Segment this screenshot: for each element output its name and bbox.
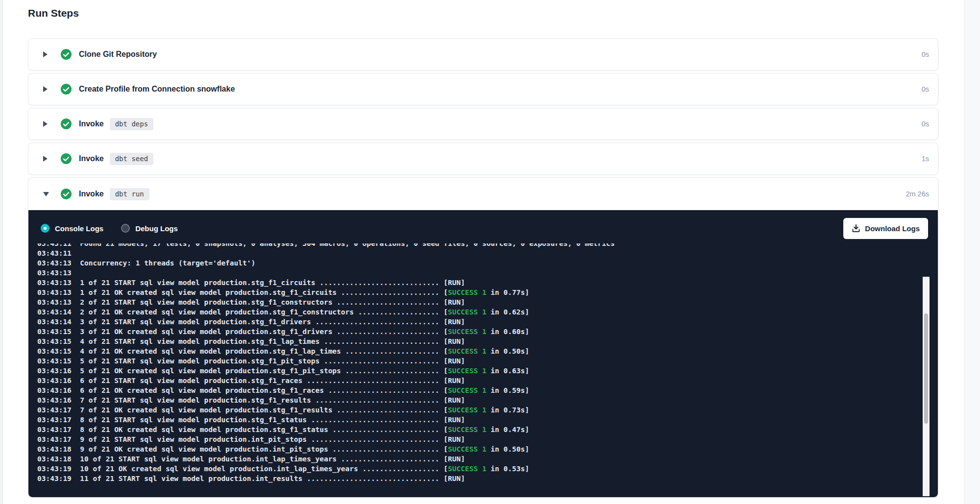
log-status: RUN — [448, 337, 461, 345]
log-status: RUN — [448, 396, 461, 404]
log-line: 03:43:13 — [37, 268, 938, 278]
chevron-right-icon[interactable] — [43, 121, 48, 127]
step-command-badge: dbt deps — [110, 118, 153, 130]
log-line: 03:43:11 Found 21 models, 17 tests, 0 sn… — [37, 243, 938, 248]
log-line: 03:43:14 2 of 21 OK created sql view mod… — [37, 307, 938, 317]
page-left-gutter — [0, 0, 3, 504]
radio-unselected-icon[interactable] — [121, 224, 130, 233]
log-status: SUCCESS 1 — [448, 308, 487, 316]
run-step-row[interactable]: Create Profile from Connection snowflake… — [28, 73, 938, 105]
log-status: SUCCESS 1 — [448, 426, 487, 433]
log-timestamp: 03:43:14 — [37, 318, 72, 326]
run-steps-page: Run Steps Clone Git Repository 0s Create… — [0, 0, 980, 504]
log-status: RUN — [448, 475, 461, 482]
chevron-right-icon[interactable] — [43, 156, 48, 162]
log-line: 03:43:19 11 of 21 START sql view model p… — [37, 474, 938, 483]
run-step-header[interactable]: Invoke dbt run 2m 26s — [28, 178, 938, 210]
log-timestamp: 03:43:15 — [37, 357, 72, 365]
console-logs-label: Console Logs — [55, 224, 103, 233]
log-line: 03:43:13 1 of 21 START sql view model pr… — [37, 278, 938, 288]
console-toolbar: Console Logs Debug Logs — [28, 210, 938, 243]
log-line: 03:43:17 8 of 21 START sql view model pr… — [37, 415, 938, 425]
chevron-down-icon[interactable] — [43, 192, 49, 196]
step-duration: 0s — [922, 85, 929, 93]
log-timestamp: 03:43:16 — [37, 377, 72, 384]
success-check-icon — [61, 84, 72, 95]
log-status: SUCCESS 1 — [448, 465, 487, 473]
step-label: Invoke — [79, 190, 104, 198]
log-status: SUCCESS 1 — [448, 288, 487, 296]
step-duration: 0s — [922, 50, 929, 58]
log-status: RUN — [448, 357, 461, 365]
log-line: 03:43:15 4 of 21 OK created sql view mod… — [37, 346, 938, 356]
log-line: 03:43:18 10 of 21 START sql view model p… — [37, 454, 938, 464]
log-status: RUN — [448, 435, 461, 443]
step-duration: 2m 26s — [906, 190, 929, 198]
log-status: SUCCESS 1 — [448, 445, 487, 453]
log-timestamp: 03:43:15 — [37, 347, 72, 355]
console-scrollbar[interactable] — [923, 277, 930, 496]
success-check-icon — [61, 153, 72, 164]
log-status: SUCCESS 1 — [448, 347, 487, 355]
run-step-row[interactable]: Clone Git Repository 0s — [28, 38, 938, 71]
download-logs-button[interactable]: Download Logs — [843, 218, 928, 239]
debug-logs-label: Debug Logs — [135, 224, 178, 233]
log-line: 03:43:16 6 of 21 OK created sql view mod… — [37, 385, 938, 395]
page-right-gutter — [964, 0, 980, 504]
step-label: Clone Git Repository — [79, 50, 157, 59]
console-logs-tab[interactable]: Console Logs — [41, 224, 103, 233]
step-command-badge: dbt seed — [110, 153, 153, 165]
log-timestamp: 03:43:17 — [37, 435, 72, 443]
log-timestamp: 03:43:19 — [37, 475, 72, 482]
log-line: 03:43:16 7 of 21 START sql view model pr… — [37, 395, 938, 405]
step-label: Invoke — [79, 154, 104, 163]
download-logs-label: Download Logs — [865, 224, 920, 233]
run-steps-list: Clone Git Repository 0s Create Profile f… — [28, 38, 938, 498]
success-check-icon — [61, 49, 72, 60]
log-line: 03:43:19 10 of 21 OK created sql view mo… — [37, 464, 938, 474]
log-line: 03:43:17 9 of 21 START sql view model pr… — [37, 434, 938, 444]
log-timestamp: 03:43:16 — [37, 396, 72, 404]
log-status: SUCCESS 1 — [448, 386, 487, 394]
download-icon — [852, 224, 860, 233]
step-duration: 1s — [922, 155, 929, 163]
console-panel: Console Logs Debug Logs — [28, 210, 938, 497]
log-timestamp: 03:43:15 — [37, 328, 72, 336]
log-status: RUN — [448, 377, 461, 384]
log-status: RUN — [448, 318, 461, 326]
log-timestamp: 03:43:15 — [37, 337, 72, 345]
chevron-right-icon[interactable] — [43, 86, 48, 92]
log-line: 03:43:17 8 of 21 OK created sql view mod… — [37, 425, 938, 434]
log-timestamp: 03:43:14 — [37, 308, 72, 316]
run-step-row[interactable]: Invoke dbt deps 0s — [28, 108, 938, 140]
log-line: 03:43:18 9 of 21 OK created sql view mod… — [37, 444, 938, 454]
log-line: 03:43:13 Concurrency: 1 threads (target=… — [37, 258, 938, 268]
log-timestamp: 03:43:13 — [37, 259, 72, 267]
log-line: 03:43:15 4 of 21 START sql view model pr… — [37, 336, 938, 346]
log-line: 03:43:15 5 of 21 START sql view model pr… — [37, 356, 938, 366]
log-timestamp: 03:43:18 — [37, 455, 72, 463]
page-title: Run Steps — [28, 7, 938, 20]
success-check-icon — [61, 119, 72, 129]
log-timestamp: 03:43:18 — [37, 445, 72, 453]
log-status: RUN — [448, 416, 461, 424]
log-timestamp: 03:43:17 — [37, 416, 72, 424]
log-timestamp: 03:43:13 — [37, 269, 72, 277]
log-timestamp: 03:43:11 — [37, 243, 72, 247]
log-status: SUCCESS 1 — [448, 328, 487, 336]
log-line: 03:43:14 3 of 21 START sql view model pr… — [37, 317, 938, 327]
chevron-right-icon[interactable] — [43, 51, 48, 57]
log-timestamp: 03:43:13 — [37, 279, 72, 287]
radio-selected-icon[interactable] — [41, 224, 49, 233]
log-status: RUN — [448, 455, 461, 463]
step-duration: 0s — [922, 120, 929, 128]
run-steps-content: Run Steps Clone Git Repository 0s Create… — [28, 0, 938, 500]
run-step-row[interactable]: Invoke dbt seed 1s — [28, 143, 938, 175]
log-timestamp: 03:43:16 — [37, 367, 72, 375]
console-scrollbar-thumb[interactable] — [924, 313, 928, 424]
success-check-icon — [61, 189, 72, 199]
step-command-badge: dbt run — [110, 188, 149, 200]
debug-logs-tab[interactable]: Debug Logs — [121, 224, 178, 233]
console-log-output[interactable]: 03:43:11 Found 21 models, 17 tests, 0 sn… — [28, 243, 938, 497]
log-line: 03:43:16 5 of 21 OK created sql view mod… — [37, 366, 938, 376]
